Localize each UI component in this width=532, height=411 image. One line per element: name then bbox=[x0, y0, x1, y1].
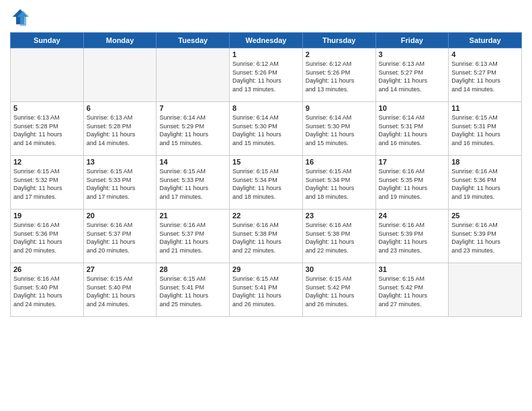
calendar-cell: 8Sunrise: 6:14 AM Sunset: 5:30 PM Daylig… bbox=[230, 102, 303, 156]
calendar-week-row: 26Sunrise: 6:16 AM Sunset: 5:40 PM Dayli… bbox=[11, 263, 522, 317]
day-info: Sunrise: 6:14 AM Sunset: 5:29 PM Dayligh… bbox=[159, 113, 226, 147]
calendar-cell: 10Sunrise: 6:14 AM Sunset: 5:31 PM Dayli… bbox=[375, 102, 449, 156]
calendar-week-row: 12Sunrise: 6:15 AM Sunset: 5:32 PM Dayli… bbox=[11, 156, 522, 210]
weekday-header: Sunday bbox=[11, 33, 84, 48]
day-info: Sunrise: 6:15 AM Sunset: 5:41 PM Dayligh… bbox=[232, 275, 300, 308]
calendar-cell: 1Sunrise: 6:12 AM Sunset: 5:26 PM Daylig… bbox=[230, 48, 303, 102]
calendar-cell bbox=[157, 48, 230, 102]
calendar-cell: 9Sunrise: 6:14 AM Sunset: 5:30 PM Daylig… bbox=[302, 102, 375, 156]
day-info: Sunrise: 6:15 AM Sunset: 5:31 PM Dayligh… bbox=[451, 113, 519, 147]
day-info: Sunrise: 6:13 AM Sunset: 5:27 PM Dayligh… bbox=[451, 60, 519, 93]
calendar-cell: 28Sunrise: 6:15 AM Sunset: 5:41 PM Dayli… bbox=[157, 263, 230, 317]
calendar-cell: 20Sunrise: 6:16 AM Sunset: 5:37 PM Dayli… bbox=[83, 210, 157, 263]
calendar-cell: 23Sunrise: 6:16 AM Sunset: 5:38 PM Dayli… bbox=[302, 210, 375, 263]
calendar-cell: 21Sunrise: 6:16 AM Sunset: 5:37 PM Dayli… bbox=[157, 210, 230, 263]
calendar-table: SundayMondayTuesdayWednesdayThursdayFrid… bbox=[10, 32, 522, 317]
calendar-cell: 30Sunrise: 6:15 AM Sunset: 5:42 PM Dayli… bbox=[302, 263, 375, 317]
day-info: Sunrise: 6:16 AM Sunset: 5:35 PM Dayligh… bbox=[379, 167, 446, 201]
day-info: Sunrise: 6:15 AM Sunset: 5:42 PM Dayligh… bbox=[306, 275, 373, 308]
day-number: 20 bbox=[87, 212, 154, 220]
calendar-cell: 11Sunrise: 6:15 AM Sunset: 5:31 PM Dayli… bbox=[449, 102, 522, 156]
day-number: 31 bbox=[379, 265, 446, 273]
weekday-header: Saturday bbox=[449, 33, 522, 48]
day-info: Sunrise: 6:12 AM Sunset: 5:26 PM Dayligh… bbox=[232, 60, 300, 93]
calendar-cell: 22Sunrise: 6:16 AM Sunset: 5:38 PM Dayli… bbox=[230, 210, 303, 263]
day-info: Sunrise: 6:16 AM Sunset: 5:37 PM Dayligh… bbox=[159, 221, 226, 255]
day-info: Sunrise: 6:15 AM Sunset: 5:34 PM Dayligh… bbox=[232, 167, 300, 201]
header bbox=[10, 7, 522, 27]
day-info: Sunrise: 6:15 AM Sunset: 5:33 PM Dayligh… bbox=[159, 167, 226, 201]
day-number: 19 bbox=[13, 212, 81, 220]
calendar-cell: 24Sunrise: 6:16 AM Sunset: 5:39 PM Dayli… bbox=[375, 210, 449, 263]
calendar-week-row: 19Sunrise: 6:16 AM Sunset: 5:36 PM Dayli… bbox=[11, 210, 522, 263]
day-info: Sunrise: 6:16 AM Sunset: 5:38 PM Dayligh… bbox=[232, 221, 300, 255]
day-number: 30 bbox=[306, 265, 373, 273]
calendar-cell: 15Sunrise: 6:15 AM Sunset: 5:34 PM Dayli… bbox=[230, 156, 303, 210]
day-number: 5 bbox=[13, 104, 81, 112]
day-number: 21 bbox=[159, 212, 226, 220]
day-number: 12 bbox=[13, 158, 81, 166]
day-number: 16 bbox=[306, 158, 373, 166]
weekday-header: Monday bbox=[83, 33, 157, 48]
calendar-cell: 25Sunrise: 6:16 AM Sunset: 5:39 PM Dayli… bbox=[449, 210, 522, 263]
weekday-header: Thursday bbox=[302, 33, 375, 48]
day-number: 8 bbox=[232, 104, 300, 112]
calendar-cell: 17Sunrise: 6:16 AM Sunset: 5:35 PM Dayli… bbox=[375, 156, 449, 210]
calendar-cell: 29Sunrise: 6:15 AM Sunset: 5:41 PM Dayli… bbox=[230, 263, 303, 317]
day-info: Sunrise: 6:15 AM Sunset: 5:34 PM Dayligh… bbox=[306, 167, 373, 201]
day-info: Sunrise: 6:16 AM Sunset: 5:36 PM Dayligh… bbox=[13, 221, 81, 255]
weekday-header: Tuesday bbox=[157, 33, 230, 48]
calendar-cell: 4Sunrise: 6:13 AM Sunset: 5:27 PM Daylig… bbox=[449, 48, 522, 102]
day-number: 18 bbox=[451, 158, 519, 166]
day-number: 7 bbox=[159, 104, 226, 112]
day-info: Sunrise: 6:12 AM Sunset: 5:26 PM Dayligh… bbox=[306, 60, 373, 93]
weekday-header-row: SundayMondayTuesdayWednesdayThursdayFrid… bbox=[11, 33, 522, 48]
day-info: Sunrise: 6:16 AM Sunset: 5:37 PM Dayligh… bbox=[87, 221, 154, 255]
calendar-week-row: 1Sunrise: 6:12 AM Sunset: 5:26 PM Daylig… bbox=[11, 48, 522, 102]
calendar-cell bbox=[449, 263, 522, 317]
calendar-week-row: 5Sunrise: 6:13 AM Sunset: 5:28 PM Daylig… bbox=[11, 102, 522, 156]
calendar-cell bbox=[83, 48, 157, 102]
day-info: Sunrise: 6:16 AM Sunset: 5:38 PM Dayligh… bbox=[306, 221, 373, 255]
day-info: Sunrise: 6:14 AM Sunset: 5:30 PM Dayligh… bbox=[306, 113, 373, 147]
day-info: Sunrise: 6:15 AM Sunset: 5:40 PM Dayligh… bbox=[87, 275, 154, 308]
day-info: Sunrise: 6:16 AM Sunset: 5:39 PM Dayligh… bbox=[451, 221, 519, 255]
day-number: 9 bbox=[306, 104, 373, 112]
calendar-cell: 13Sunrise: 6:15 AM Sunset: 5:33 PM Dayli… bbox=[83, 156, 157, 210]
calendar-cell: 7Sunrise: 6:14 AM Sunset: 5:29 PM Daylig… bbox=[157, 102, 230, 156]
calendar-cell: 12Sunrise: 6:15 AM Sunset: 5:32 PM Dayli… bbox=[11, 156, 84, 210]
day-info: Sunrise: 6:16 AM Sunset: 5:36 PM Dayligh… bbox=[451, 167, 519, 201]
day-info: Sunrise: 6:16 AM Sunset: 5:39 PM Dayligh… bbox=[379, 221, 446, 255]
day-number: 3 bbox=[379, 50, 446, 58]
weekday-header: Friday bbox=[375, 33, 449, 48]
calendar-cell: 16Sunrise: 6:15 AM Sunset: 5:34 PM Dayli… bbox=[302, 156, 375, 210]
day-info: Sunrise: 6:13 AM Sunset: 5:27 PM Dayligh… bbox=[379, 60, 446, 93]
calendar-cell: 26Sunrise: 6:16 AM Sunset: 5:40 PM Dayli… bbox=[11, 263, 84, 317]
calendar-cell: 18Sunrise: 6:16 AM Sunset: 5:36 PM Dayli… bbox=[449, 156, 522, 210]
day-number: 24 bbox=[379, 212, 446, 220]
calendar-cell: 2Sunrise: 6:12 AM Sunset: 5:26 PM Daylig… bbox=[302, 48, 375, 102]
day-number: 11 bbox=[451, 104, 519, 112]
day-number: 28 bbox=[159, 265, 226, 273]
day-number: 13 bbox=[87, 158, 154, 166]
calendar-cell: 27Sunrise: 6:15 AM Sunset: 5:40 PM Dayli… bbox=[83, 263, 157, 317]
calendar-cell bbox=[11, 48, 84, 102]
day-number: 10 bbox=[379, 104, 446, 112]
day-number: 14 bbox=[159, 158, 226, 166]
day-number: 2 bbox=[306, 50, 373, 58]
day-number: 22 bbox=[232, 212, 300, 220]
day-info: Sunrise: 6:15 AM Sunset: 5:32 PM Dayligh… bbox=[13, 167, 81, 201]
day-info: Sunrise: 6:16 AM Sunset: 5:40 PM Dayligh… bbox=[13, 275, 81, 308]
day-number: 27 bbox=[87, 265, 154, 273]
day-number: 17 bbox=[379, 158, 446, 166]
logo bbox=[10, 7, 33, 27]
day-number: 29 bbox=[232, 265, 300, 273]
day-info: Sunrise: 6:15 AM Sunset: 5:33 PM Dayligh… bbox=[87, 167, 154, 201]
calendar-cell: 6Sunrise: 6:13 AM Sunset: 5:28 PM Daylig… bbox=[83, 102, 157, 156]
day-info: Sunrise: 6:14 AM Sunset: 5:30 PM Dayligh… bbox=[232, 113, 300, 147]
calendar-cell: 31Sunrise: 6:15 AM Sunset: 5:42 PM Dayli… bbox=[375, 263, 449, 317]
calendar-cell: 19Sunrise: 6:16 AM Sunset: 5:36 PM Dayli… bbox=[11, 210, 84, 263]
calendar-cell: 5Sunrise: 6:13 AM Sunset: 5:28 PM Daylig… bbox=[11, 102, 84, 156]
calendar-cell: 14Sunrise: 6:15 AM Sunset: 5:33 PM Dayli… bbox=[157, 156, 230, 210]
day-info: Sunrise: 6:15 AM Sunset: 5:41 PM Dayligh… bbox=[159, 275, 226, 308]
